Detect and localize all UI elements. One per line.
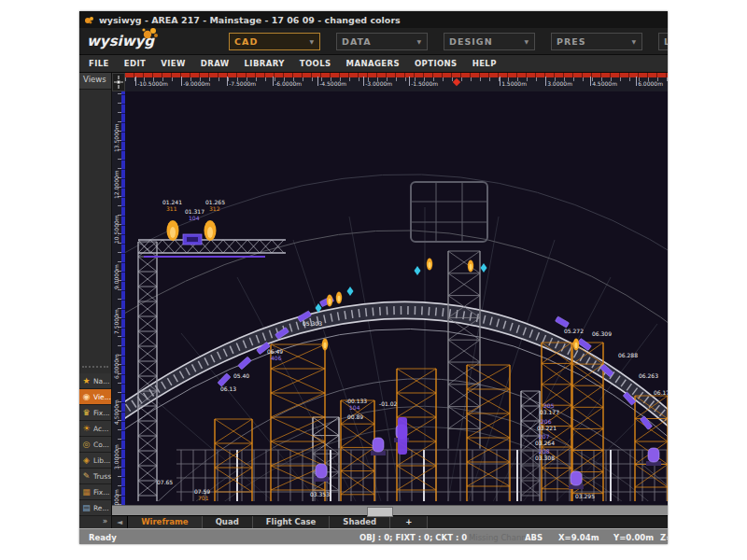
menu-item-options[interactable]: OPTIONS [415, 59, 458, 68]
view-tab-wireframe[interactable]: Wireframe [128, 516, 203, 528]
sidebar-item-fix[interactable]: ▦Fix... [79, 484, 111, 500]
flame-fixture[interactable] [427, 259, 432, 271]
chevron-down-icon: ▼ [416, 38, 422, 45]
fixture-channel-label: 205 [543, 402, 555, 409]
fixture-channel-label: 207 [539, 433, 550, 440]
ruler-tick: 1.5000m [501, 80, 527, 87]
ruler-origin-button[interactable] [112, 73, 125, 91]
status-y: Y=0.00m [613, 533, 654, 542]
shortcut-grip[interactable] [82, 366, 108, 373]
ruler-tick: -9.0000m [183, 80, 210, 87]
sidebar-item-fix[interactable]: ♛Fix... [79, 405, 111, 421]
sidebar-item-co[interactable]: ◎Co... [79, 437, 111, 453]
sidebar-item-re[interactable]: ▤Re... [79, 500, 111, 516]
fixture-channel-label: 406 [271, 355, 282, 361]
status-coord-mode[interactable]: ABS [525, 533, 543, 542]
fixture-label: 06.288 [618, 352, 638, 358]
sidebar-item-ac[interactable]: ☀Ac... [79, 421, 111, 437]
fixture-label: 05.40 [233, 372, 249, 379]
menu-item-managers[interactable]: MANAGERS [346, 59, 400, 68]
viewport-column: -10.5000m-9.0000m-7.5000m-6.0000m-4.5000… [112, 73, 668, 528]
sidebar-item-na[interactable]: ★Na... [79, 373, 111, 389]
purple-strip-fixture [398, 417, 407, 455]
fixture-label: 03.353 [310, 491, 330, 497]
menu-item-help[interactable]: HELP [472, 59, 497, 68]
chevron-down-icon: ▼ [524, 38, 529, 45]
report-icon: ▤ [81, 503, 92, 512]
fixture-label: 06.309 [592, 330, 612, 337]
status-ready: Ready [89, 533, 117, 542]
sidebar-item-truss[interactable]: ✎Truss [79, 469, 111, 484]
horizontal-ruler[interactable]: -10.5000m-9.0000m-7.5000m-6.0000m-4.5000… [125, 73, 668, 91]
scrollbar-thumb[interactable] [367, 507, 393, 517]
shortcut-overflow-button[interactable]: » [79, 516, 111, 528]
views-panel-body [79, 90, 111, 366]
flame-fixture[interactable] [573, 339, 579, 351]
add-view-tab-button[interactable]: + [390, 516, 428, 528]
fixture-channel-label: 104 [349, 404, 360, 411]
views-panel-header[interactable]: Views [79, 73, 111, 90]
menu-item-library[interactable]: LIBRARY [245, 59, 285, 68]
menu-item-tools[interactable]: TOOLS [300, 59, 331, 68]
mode-tab-design[interactable]: DESIGN▼ [444, 33, 535, 50]
library-icon: ◈ [81, 455, 92, 465]
flame-fixture[interactable] [327, 295, 332, 307]
horizontal-scrollbar[interactable] [112, 505, 668, 515]
view-tab-shaded[interactable]: Shaded [330, 516, 390, 528]
fixture-label: 07.65 [157, 479, 173, 485]
sidebar-item-label: Na... [93, 377, 109, 385]
sidebar: Views ★Na...◉Vie...♛Fix...☀Ac...◎Co...◈L… [79, 73, 112, 528]
truss-icon: ✎ [81, 471, 92, 481]
fixture-label: 01.265 [205, 199, 225, 205]
ruler-tick: -4.5000m [319, 80, 346, 87]
mode-tab-label: CAD [234, 36, 258, 47]
mode-tab-live[interactable]: LIVE▼ [658, 33, 668, 50]
menu-item-view[interactable]: VIEW [161, 59, 186, 68]
mode-tab-data[interactable]: DATA▼ [336, 33, 428, 50]
status-bar: Ready OBJ : 0; FIXT : 0; CKT : 0 Missing… [79, 528, 668, 544]
sidebar-item-vie[interactable]: ◉Vie... [79, 389, 111, 405]
purple-cell-fixture[interactable] [183, 234, 202, 245]
flame-fixture[interactable] [468, 260, 473, 273]
flame-fixture-large[interactable] [204, 220, 217, 241]
fixture-label: 05.303 [303, 320, 322, 327]
mode-tab-pres[interactable]: PRES▼ [551, 33, 642, 50]
moving-head-fixture[interactable] [569, 471, 584, 489]
flame-fixture[interactable] [322, 339, 328, 351]
mode-tab-label: PRES [557, 36, 586, 47]
mode-tab-cad[interactable]: CAD▼ [229, 33, 320, 50]
ruler-tick: 13.5000m [113, 123, 120, 152]
page: wysiwyg - AREA 217 - Mainstage - 17 06 0… [0, 0, 747, 560]
fixture-label: 05.272 [564, 328, 584, 334]
moving-head-fixture[interactable] [646, 448, 661, 466]
ruler-tick: -7.5000m [229, 80, 256, 87]
menu-item-file[interactable]: FILE [89, 59, 109, 68]
menu-item-edit[interactable]: EDIT [124, 59, 146, 68]
fixture-label: 06.263 [639, 372, 658, 379]
pan-icon [113, 74, 124, 91]
chevron-down-icon: ▼ [309, 38, 315, 45]
flame-fixture[interactable] [336, 292, 342, 304]
title-bar: wysiwyg - AREA 217 - Mainstage - 17 06 0… [79, 11, 668, 28]
status-counts: OBJ : 0; FIXT : 0; CKT : 0 [359, 533, 467, 542]
viewport-row: 13.5000m12.0000m10.5000m9.0000m7.5000m6.… [112, 91, 668, 505]
moving-head-fixture[interactable] [314, 464, 329, 482]
menu-item-draw[interactable]: DRAW [201, 59, 230, 68]
sidebar-item-label: Co... [93, 441, 109, 449]
fixture-label: 06.177 [654, 389, 668, 396]
view-tab-flight-case[interactable]: Flight Case [253, 516, 331, 528]
sidebar-item-label: Ac... [93, 425, 108, 433]
fixture-channel-label: 104 [189, 215, 200, 221]
vertical-ruler[interactable]: 13.5000m12.0000m10.5000m9.0000m7.5000m6.… [112, 91, 125, 505]
ruler-tick: -10.5000m [137, 80, 168, 87]
moving-head-fixture[interactable] [371, 438, 386, 455]
view-tab-quad[interactable]: Quad [203, 516, 253, 528]
tab-scroll-left-button[interactable]: ◄ [112, 516, 128, 528]
cad-viewport[interactable]: 01.24131101.31710401.26531205.30306.4940… [125, 91, 668, 501]
view-tabs: WireframeQuadFlight CaseShaded [128, 516, 390, 528]
fixture-channel-label: 208 [539, 448, 550, 455]
fixture-channel-label: 312 [209, 205, 220, 212]
sidebar-item-label: Lib... [93, 456, 110, 465]
sidebar-item-lib[interactable]: ◈Lib... [79, 453, 111, 469]
flame-fixture-large[interactable] [167, 220, 179, 241]
